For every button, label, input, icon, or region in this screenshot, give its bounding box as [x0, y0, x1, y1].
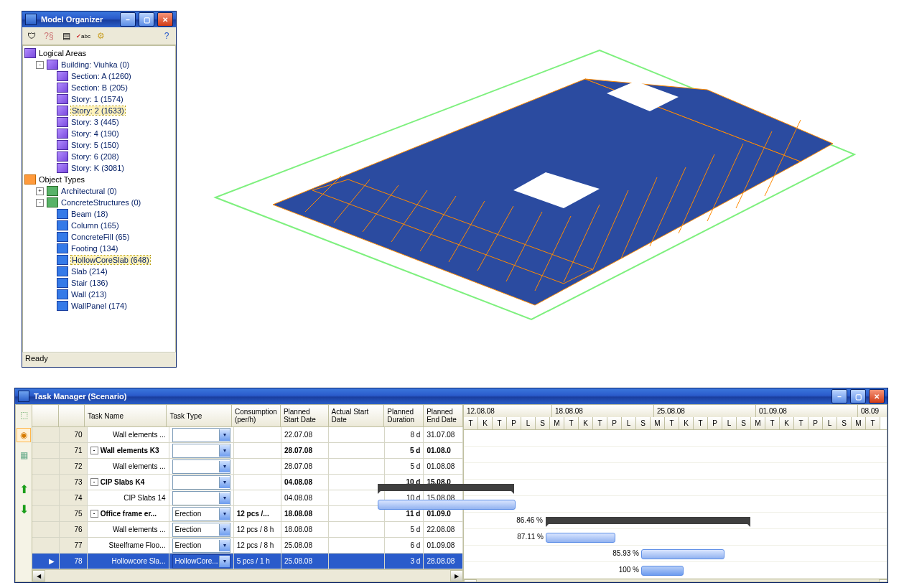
expand-toggle[interactable]: -	[36, 61, 44, 69]
tasktype-combo[interactable]	[172, 475, 230, 490]
tree-node[interactable]: Story: 4 (190)	[23, 128, 175, 139]
cell-duration[interactable]: 5 d	[385, 443, 424, 459]
tree-root[interactable]: Object Types	[23, 174, 175, 185]
cell-consumption[interactable]	[234, 490, 281, 506]
minimize-button[interactable]: –	[831, 389, 847, 403]
cell-actual-start[interactable]	[329, 522, 384, 538]
task-bar[interactable]	[378, 500, 516, 510]
cell-duration[interactable]: 5 d	[385, 522, 424, 538]
cell-planned-start[interactable]: 18.08.08	[281, 506, 329, 522]
col-duration[interactable]: Planned Duration	[384, 405, 424, 427]
cell-planned-start[interactable]: 22.07.08	[281, 427, 329, 443]
chevron-down-icon[interactable]	[219, 493, 230, 504]
expand-toggle[interactable]: -	[90, 447, 98, 454]
abc-check-icon[interactable]: ✔abc	[77, 29, 90, 42]
cell-tasktype[interactable]	[169, 459, 234, 475]
filter-icon[interactable]: ▦	[17, 448, 31, 462]
tree-node[interactable]: Story: 3 (445)	[23, 116, 175, 128]
cell-duration[interactable]: 3 d	[385, 554, 424, 569]
cell-taskname[interactable]: Wall elements ...	[88, 459, 169, 475]
chevron-down-icon[interactable]	[219, 556, 230, 567]
cell-actual-start[interactable]	[329, 554, 384, 569]
gantt-row[interactable]: 87.11 %	[464, 529, 887, 546]
cell-planned-end[interactable]: 01.09.08	[424, 538, 463, 554]
cell-consumption[interactable]: 12 pcs /...	[234, 506, 281, 522]
gantt-row[interactable]	[464, 430, 887, 447]
col-taskname[interactable]: Task Name	[85, 405, 167, 427]
cell-planned-end[interactable]: 01.08.08	[424, 459, 463, 475]
tasktype-combo[interactable]	[172, 428, 230, 442]
chevron-down-icon[interactable]	[219, 429, 230, 441]
cell-taskname[interactable]: -Office frame er...	[88, 506, 169, 522]
cell-taskname[interactable]: -Wall elements K3	[88, 443, 169, 459]
titlebar[interactable]: Task Manager (Scenario) – ▢ ✕	[15, 388, 887, 404]
cell-taskname[interactable]: Steelframe Floo...	[88, 538, 169, 554]
chevron-down-icon[interactable]	[219, 540, 230, 551]
cell-taskname[interactable]: CIP Slabs 14	[88, 490, 169, 506]
cell-tasktype[interactable]	[169, 443, 234, 459]
gantt-row[interactable]	[464, 480, 887, 496]
expand-toggle[interactable]: -	[36, 199, 44, 207]
cell-planned-start[interactable]: 18.08.08	[281, 522, 329, 538]
cell-taskname[interactable]: Hollowcore Sla...	[88, 554, 169, 569]
horizontal-scrollbar[interactable]: ◀ ▶	[32, 569, 463, 582]
tree-node[interactable]: HollowCoreSlab (648)	[23, 254, 175, 266]
table-row[interactable]: 71-Wall elements K328.07.085 d01.08.0	[32, 443, 463, 459]
tree-node[interactable]: ConcreteFill (65)	[23, 231, 175, 243]
cell-planned-start[interactable]: 25.08.08	[281, 538, 329, 554]
tree-node[interactable]: Story: 6 (208)	[23, 151, 175, 162]
tasktype-combo[interactable]: Erection	[172, 507, 230, 521]
cell-planned-end[interactable]: 31.07.08	[424, 427, 463, 443]
chevron-down-icon[interactable]	[219, 461, 230, 472]
link-icon[interactable]: ◉	[17, 428, 31, 442]
table-row[interactable]: ▶78Hollowcore Sla...HollowCore...5 pcs /…	[32, 554, 463, 569]
table-row[interactable]: 72Wall elements ...28.07.085 d01.08.08	[32, 459, 463, 475]
scroll-left[interactable]: ◀	[464, 579, 477, 582]
tree-node[interactable]: Beam (18)	[23, 208, 175, 220]
cell-actual-start[interactable]	[329, 538, 384, 554]
cell-actual-start[interactable]	[329, 459, 384, 475]
minimize-button[interactable]: –	[120, 12, 136, 27]
gantt-row[interactable]: 86.46 %	[464, 513, 887, 529]
page-icon[interactable]: ▤	[60, 29, 73, 42]
gantt-row[interactable]	[464, 447, 887, 463]
cell-taskname[interactable]: -CIP Slabs K4	[88, 475, 169, 490]
cell-planned-start[interactable]: 04.08.08	[281, 475, 329, 490]
cell-actual-start[interactable]	[329, 427, 384, 443]
cell-taskname[interactable]: Wall elements ...	[88, 427, 169, 443]
tasktype-combo[interactable]	[172, 444, 230, 458]
tree-node[interactable]: +Architectural (0)	[23, 185, 175, 197]
scroll-left[interactable]: ◀	[32, 570, 45, 582]
table-row[interactable]: 77Steelframe Floo...Erection12 pcs / 8 h…	[32, 538, 463, 554]
cell-planned-end[interactable]: 28.08.08	[424, 554, 463, 569]
cell-planned-start[interactable]: 28.07.08	[281, 459, 329, 475]
cell-planned-start[interactable]: 28.07.08	[281, 443, 329, 459]
maximize-button[interactable]: ▢	[139, 12, 154, 27]
gear-icon[interactable]: ⚙	[94, 29, 107, 42]
move-down-button[interactable]: ⬇	[17, 503, 31, 517]
tasktype-combo[interactable]	[172, 459, 230, 474]
cell-taskname[interactable]: Wall elements ...	[88, 522, 169, 538]
tasktype-combo[interactable]: Erection	[172, 538, 230, 553]
cell-tasktype[interactable]: Erection	[169, 506, 234, 522]
table-row[interactable]: 76Wall elements ...Erection12 pcs / 8 h1…	[32, 522, 463, 538]
gantt-scrollbar[interactable]: ◀ ▶	[464, 579, 887, 582]
cell-actual-start[interactable]	[329, 506, 384, 522]
chevron-down-icon[interactable]	[219, 477, 230, 488]
shield-icon[interactable]: 🛡	[25, 29, 38, 42]
model-tree[interactable]: Logical Areas-Building: Viuhka (0)Sectio…	[22, 45, 176, 353]
tree-node[interactable]: Section: A (1260)	[23, 70, 175, 82]
chevron-down-icon[interactable]	[219, 508, 230, 520]
col-tasktype[interactable]: Task Type	[167, 405, 232, 427]
cell-planned-start[interactable]: 25.08.08	[281, 554, 329, 569]
cell-consumption[interactable]	[234, 427, 281, 443]
tree-node[interactable]: Stair (136)	[23, 277, 175, 289]
cell-planned-end[interactable]: 01.08.0	[424, 443, 463, 459]
tasktype-combo[interactable]	[172, 491, 230, 505]
task-bar[interactable]: 87.11 %	[546, 533, 615, 543]
cell-planned-start[interactable]: 04.08.08	[281, 490, 329, 506]
chevron-down-icon[interactable]	[219, 524, 230, 536]
cell-consumption[interactable]	[234, 443, 281, 459]
tree-node[interactable]: Section: B (205)	[23, 82, 175, 93]
close-button[interactable]: ✕	[869, 389, 885, 403]
